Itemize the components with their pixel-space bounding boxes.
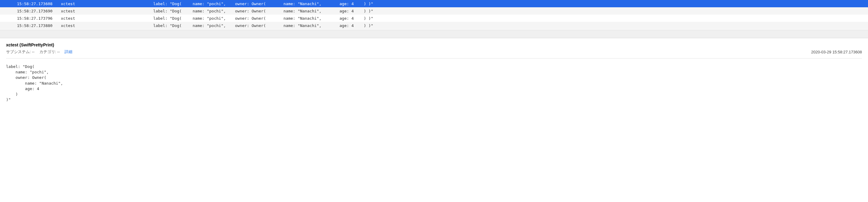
panel-separator [0, 30, 868, 38]
log-owner: owner: Owner( [235, 23, 283, 28]
category-label: カテゴリ: -- [39, 50, 60, 54]
detail-panel: xctest (SwiftPrettyPrint) サブシステム: -- カテゴ… [0, 38, 868, 107]
log-age: age: 4 [340, 16, 364, 21]
log-process: xctest [61, 1, 153, 6]
detail-meta-left: サブシステム: -- カテゴリ: -- 詳細 [6, 49, 72, 55]
detail-title: xctest (SwiftPrettyPrint) [6, 42, 862, 47]
log-process: xctest [61, 16, 153, 21]
log-ownername: name: "Nanachi", [283, 9, 340, 13]
log-row[interactable]: 15:58:27.173690xctestlabel: "Dog(name: "… [0, 7, 868, 15]
log-age: age: 4 [340, 1, 364, 6]
log-label: label: "Dog( [153, 1, 193, 6]
log-process: xctest [61, 9, 153, 13]
log-label: label: "Dog( [153, 16, 193, 21]
log-owner: owner: Owner( [235, 9, 283, 13]
log-age: age: 4 [340, 9, 364, 13]
log-label: label: "Dog( [153, 23, 193, 28]
log-name: name: "pochi", [193, 1, 235, 6]
detail-body: label: "Dog( name: "pochi", owner: Owner… [6, 64, 862, 103]
log-close: ) )" [364, 16, 373, 21]
detail-timestamp: 2020-03-29 15:58:27.173608 [811, 50, 862, 54]
log-close: ) )" [364, 9, 373, 13]
subsystem-label: サブシステム: -- [6, 50, 34, 54]
log-ownername: name: "Nanachi", [283, 1, 340, 6]
log-owner: owner: Owner( [235, 16, 283, 21]
detail-meta: サブシステム: -- カテゴリ: -- 詳細 2020-03-29 15:58:… [6, 49, 862, 59]
details-link[interactable]: 詳細 [64, 50, 72, 54]
log-owner: owner: Owner( [235, 1, 283, 6]
log-time: 15:58:27.173880 [17, 23, 61, 28]
log-row[interactable]: 15:58:27.173608xctestlabel: "Dog(name: "… [0, 0, 868, 7]
log-row[interactable]: 15:58:27.173880xctestlabel: "Dog(name: "… [0, 22, 868, 29]
log-name: name: "pochi", [193, 9, 235, 13]
log-ownername: name: "Nanachi", [283, 23, 340, 28]
log-time: 15:58:27.173608 [17, 1, 61, 6]
log-name: name: "pochi", [193, 23, 235, 28]
log-ownername: name: "Nanachi", [283, 16, 340, 21]
log-process: xctest [61, 23, 153, 28]
log-table: 15:58:27.173608xctestlabel: "Dog(name: "… [0, 0, 868, 29]
log-age: age: 4 [340, 23, 364, 28]
log-close: ) )" [364, 23, 373, 28]
log-row[interactable]: 15:58:27.173796xctestlabel: "Dog(name: "… [0, 15, 868, 22]
log-label: label: "Dog( [153, 9, 193, 13]
log-time: 15:58:27.173796 [17, 16, 61, 21]
log-name: name: "pochi", [193, 16, 235, 21]
log-close: ) )" [364, 1, 373, 6]
log-time: 15:58:27.173690 [17, 9, 61, 13]
